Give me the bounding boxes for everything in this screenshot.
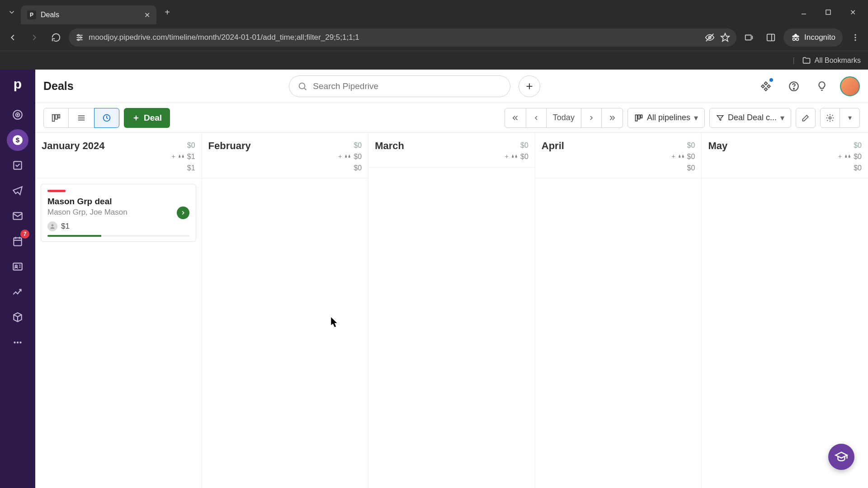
deals-area[interactable]: Mason Grp deal Mason Grp, Joe Mason $1 [35, 178, 202, 488]
marketplace-icon[interactable] [756, 76, 776, 96]
sidebar-item-products[interactable] [7, 306, 28, 328]
search-input[interactable] [313, 81, 502, 91]
folder-icon [802, 56, 811, 65]
prev-button[interactable] [526, 108, 547, 128]
reload-button[interactable] [47, 28, 65, 47]
jump-forward-button[interactable] [602, 108, 623, 128]
quick-add-button[interactable] [519, 75, 540, 97]
incognito-label: Incognito [804, 33, 835, 42]
today-button[interactable]: Today [547, 108, 581, 128]
month-open-total: $0 [838, 140, 862, 151]
svg-point-45 [793, 88, 794, 89]
media-control-icon[interactable] [740, 28, 758, 47]
eye-off-icon[interactable] [705, 33, 715, 42]
url-bar[interactable]: moodjoy.pipedrive.com/timeline/month/202… [69, 28, 736, 47]
svg-point-23 [17, 114, 18, 115]
svg-point-15 [793, 38, 796, 41]
settings-button[interactable] [820, 108, 840, 128]
help-icon[interactable] [784, 76, 804, 96]
sidepanel-icon[interactable] [762, 28, 780, 47]
svg-point-6 [80, 37, 81, 38]
all-bookmarks-link[interactable]: All Bookmarks [815, 56, 861, 65]
filter-label: Deal Deal c... [728, 113, 777, 122]
svg-rect-49 [58, 114, 60, 117]
tips-icon[interactable] [812, 76, 832, 96]
settings-dropdown-button[interactable]: ▾ [840, 108, 860, 128]
browser-tab-strip: P Deals ✕ + ✕ [0, 0, 868, 24]
incognito-indicator[interactable]: Incognito [783, 28, 843, 47]
close-tab-button[interactable]: ✕ [144, 11, 150, 19]
svg-point-59 [829, 117, 831, 119]
forward-button[interactable] [25, 28, 43, 47]
academy-fab[interactable] [828, 444, 854, 470]
month-weighted-total: +$1 [172, 151, 195, 163]
month-name: March [375, 140, 404, 152]
notification-dot [769, 78, 773, 82]
pipeline-label: All pipelines [647, 113, 690, 122]
sidebar-item-leads[interactable] [7, 104, 28, 126]
close-window-button[interactable]: ✕ [842, 3, 863, 21]
filter-icon [716, 114, 724, 122]
next-button[interactable] [581, 108, 602, 128]
new-tab-button[interactable]: + [159, 4, 175, 20]
svg-point-37 [14, 342, 15, 343]
jump-back-button[interactable] [505, 108, 526, 128]
pipeline-selector[interactable]: All pipelines ▾ [627, 108, 705, 128]
app-logo[interactable]: p [8, 74, 28, 94]
deals-area[interactable] [702, 178, 868, 488]
browser-menu-button[interactable] [846, 28, 864, 47]
sidebar-item-activities[interactable]: 7 [7, 230, 28, 252]
window-controls: ✕ [793, 3, 865, 21]
month-column-february: February $0 +$0 $0 [202, 133, 369, 488]
bookmark-star-icon[interactable] [720, 33, 730, 42]
browser-tab[interactable]: P Deals ✕ [21, 5, 156, 24]
svg-text:$: $ [16, 136, 20, 144]
svg-rect-28 [14, 238, 21, 245]
svg-rect-1 [826, 10, 830, 14]
view-switcher [43, 108, 119, 128]
timeline: January 2024 $0 +$1 $1 Mason Grp deal Ma… [35, 133, 868, 488]
svg-point-18 [854, 34, 856, 36]
deal-subtitle: Mason Grp, Joe Mason [47, 208, 189, 217]
list-view-button[interactable] [69, 108, 94, 128]
deals-area[interactable] [202, 178, 368, 488]
forecast-view-button[interactable] [94, 108, 119, 128]
sidebar-item-insights[interactable] [7, 281, 28, 303]
deals-area[interactable] [535, 178, 702, 488]
sidebar-item-more[interactable] [7, 332, 28, 353]
deals-area[interactable] [368, 168, 535, 488]
user-avatar[interactable] [840, 76, 860, 96]
back-button[interactable] [4, 28, 22, 47]
sidebar-item-contacts[interactable] [7, 256, 28, 277]
pipeline-view-button[interactable] [43, 108, 69, 128]
month-name: April [542, 140, 564, 152]
month-open-total: $0 [338, 140, 362, 151]
deal-title: Mason Grp deal [47, 197, 189, 206]
deal-status-stripe [47, 190, 66, 192]
sidebar-item-deals[interactable]: $ [7, 129, 28, 151]
month-open-total: $0 [505, 140, 528, 151]
page-title: Deals [43, 80, 74, 93]
svg-rect-48 [55, 114, 57, 119]
chevron-down-icon: ▾ [780, 113, 784, 123]
minimize-button[interactable] [793, 3, 815, 21]
search-icon [297, 81, 307, 91]
app-header: Deals [35, 70, 868, 103]
deal-card[interactable]: Mason Grp deal Mason Grp, Joe Mason $1 [41, 184, 196, 242]
deal-open-button[interactable] [177, 206, 189, 219]
svg-rect-47 [52, 114, 55, 121]
month-header: April $0 +$0 $0 [535, 133, 702, 178]
sidebar: p $ 7 [0, 70, 35, 488]
site-settings-icon[interactable] [75, 33, 84, 42]
maximize-button[interactable] [817, 3, 839, 21]
edit-button[interactable] [796, 108, 816, 128]
sidebar-item-campaigns[interactable] [7, 180, 28, 202]
filter-selector[interactable]: Deal Deal c... ▾ [709, 108, 791, 128]
tab-search-dropdown[interactable] [3, 3, 21, 21]
month-name: February [208, 140, 251, 152]
search-box[interactable] [289, 75, 510, 97]
tab-title: Deals [41, 11, 140, 19]
sidebar-item-projects[interactable] [7, 155, 28, 176]
sidebar-item-mail[interactable] [7, 205, 28, 227]
add-deal-button[interactable]: Deal [124, 108, 170, 128]
